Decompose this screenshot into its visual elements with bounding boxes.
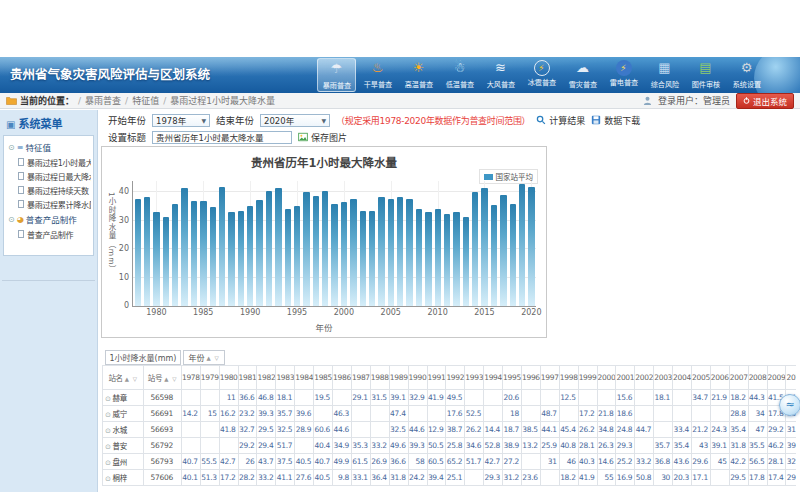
- year-column-header-1999[interactable]: 1999: [578, 366, 597, 390]
- nav-item-system-settings[interactable]: ⚙系统设置: [727, 58, 766, 92]
- value-cell-1990: 39.3: [408, 438, 427, 454]
- year-column-header-1987[interactable]: 1987: [351, 366, 370, 390]
- year-column-header-2007[interactable]: 2007: [729, 366, 748, 390]
- nav-item-map-review[interactable]: ▤图件审核: [686, 58, 725, 92]
- year-column-header-1996[interactable]: 1996: [521, 366, 540, 390]
- year-column-header-2008[interactable]: 2008: [748, 366, 767, 390]
- image-icon: [298, 132, 308, 142]
- year-column-header-1985[interactable]: 1985: [314, 366, 333, 390]
- tree-toggle-icon[interactable]: ⊙: [8, 143, 15, 152]
- start-year-select[interactable]: 1978年▼: [152, 114, 210, 127]
- year-column-header-1992[interactable]: 1992: [446, 366, 465, 390]
- nav-item-rainstorm-survey[interactable]: ☂暴雨普查: [317, 58, 356, 92]
- bar-slot: [442, 181, 451, 306]
- row-radio-icon[interactable]: ⊙: [105, 459, 111, 467]
- value-cell-1994: [484, 390, 503, 406]
- nav-item-snow-survey[interactable]: ☁雪灾普查: [563, 58, 602, 92]
- station-name-header[interactable]: 站名 ▲ ▽: [103, 366, 144, 390]
- user-icon: [643, 96, 652, 105]
- row-radio-icon[interactable]: ⊙: [105, 395, 111, 403]
- year-column-header-1988[interactable]: 1988: [370, 366, 389, 390]
- bar-slot: [414, 181, 423, 306]
- year-column-header-1989[interactable]: 1989: [389, 366, 408, 390]
- year-column-header-1979[interactable]: 1979: [200, 366, 219, 390]
- year-column-header-1990[interactable]: 1990: [408, 366, 427, 390]
- year-column-header-2001[interactable]: 2001: [616, 366, 635, 390]
- year-column-header-2009[interactable]: 2009: [767, 366, 786, 390]
- sidebar-item-0-1[interactable]: 暴雨过程日最大降水量: [6, 169, 91, 183]
- calculate-button[interactable]: 计算结果: [536, 114, 585, 127]
- year-column-header-1981[interactable]: 1981: [238, 366, 257, 390]
- nav-item-cold-survey[interactable]: ☃低温普查: [440, 58, 479, 92]
- range-hint-text: （规定采用1978-2020年数据作为普查时间范围）: [336, 114, 530, 127]
- sort-icons[interactable]: ▲ ▽: [125, 376, 138, 382]
- sidebar-item-0-0[interactable]: 暴雨过程1小时最大降水量: [6, 155, 91, 169]
- year-column-header-2005[interactable]: 2005: [691, 366, 710, 390]
- chart-title-input[interactable]: [152, 131, 292, 144]
- year-column-header-2000[interactable]: 2000: [597, 366, 616, 390]
- sidebar-item-0-3[interactable]: 暴雨过程累计降水量: [6, 197, 91, 211]
- year-column-header-1991[interactable]: 1991: [427, 366, 446, 390]
- x-tick-label: 1980: [146, 308, 166, 317]
- row-radio-icon[interactable]: ⊙: [105, 443, 111, 451]
- table-row[interactable]: ⊙普安5679229.229.451.740.434.935.333.249.6…: [103, 438, 797, 454]
- value-cell-2004: 20.3: [673, 470, 692, 486]
- nav-item-wind-survey[interactable]: ≋大风普查: [481, 58, 520, 92]
- year-column-header-1984[interactable]: 1984: [295, 366, 314, 390]
- row-radio-icon[interactable]: ⊙: [105, 427, 111, 435]
- table-row[interactable]: ⊙桐梓5760640.151.317.228.233.241.127.640.5…: [103, 470, 797, 486]
- breadcrumb-item-0[interactable]: 暴雨普查: [85, 94, 121, 107]
- sort-icons[interactable]: ▲ ▽: [164, 376, 177, 382]
- row-radio-icon[interactable]: ⊙: [105, 411, 111, 419]
- nav-item-drought-survey[interactable]: ♨干旱普查: [358, 58, 397, 92]
- table-row[interactable]: ⊙威宁5669114.21516.223.239.335.739.646.347…: [103, 406, 797, 422]
- year-column-header-1998[interactable]: 1998: [559, 366, 578, 390]
- year-column-header-1980[interactable]: 1980: [219, 366, 238, 390]
- nav-item-lightning-survey[interactable]: ⚡雷电普查: [604, 58, 643, 92]
- nav-item-comprehensive-risk[interactable]: ▦综合风险: [645, 58, 684, 92]
- year-column-header-1994[interactable]: 1994: [484, 366, 503, 390]
- sidebar-item-0-2[interactable]: 暴雨过程持续天数: [6, 183, 91, 197]
- year-column-header-1978[interactable]: 1978: [181, 366, 200, 390]
- end-year-select[interactable]: 2020年▼: [260, 114, 330, 127]
- save-image-button[interactable]: 保存图片: [298, 131, 347, 144]
- bar-slot: [367, 181, 376, 306]
- sidebar-item-1-0[interactable]: 普查产品制作: [6, 227, 91, 241]
- year-column-header-2010[interactable]: 2010: [786, 366, 796, 390]
- sort-icons[interactable]: ▲ ▽: [206, 355, 219, 361]
- logout-button[interactable]: 退出系统: [736, 93, 794, 109]
- bar-1989: [238, 211, 244, 306]
- year-column-header-2003[interactable]: 2003: [654, 366, 673, 390]
- bar-2008: [416, 209, 422, 306]
- nav-item-heat-survey[interactable]: ☀高温普查: [399, 58, 438, 92]
- sidebar-group-0[interactable]: ⊙≡特征值: [6, 139, 91, 155]
- row-radio-icon[interactable]: ⊙: [105, 475, 111, 483]
- year-column-header-1986[interactable]: 1986: [333, 366, 352, 390]
- nav-item-label: 冰雹普查: [527, 76, 556, 86]
- download-button[interactable]: 数据下载: [591, 114, 640, 127]
- year-column-header-1995[interactable]: 1995: [503, 366, 522, 390]
- bar-slot: [171, 181, 180, 306]
- year-column-header-1982[interactable]: 1982: [257, 366, 276, 390]
- sidebar-group-1[interactable]: ⊙◕普查产品制作: [6, 211, 91, 227]
- year-column-header-1993[interactable]: 1993: [465, 366, 484, 390]
- value-cell-1995: 18.7: [503, 422, 522, 438]
- year-column-header-2006[interactable]: 2006: [710, 366, 729, 390]
- nav-item-hail-survey[interactable]: ⚡冰雹普查: [522, 58, 561, 92]
- year-column-header-2002[interactable]: 2002: [635, 366, 654, 390]
- station-id-header[interactable]: 站号 ▲ ▽: [144, 366, 181, 390]
- table-row[interactable]: ⊙盘州5679340.755.542.72643.737.540.540.749…: [103, 454, 797, 470]
- breadcrumb-item-1[interactable]: 特征值: [132, 94, 159, 107]
- year-column-header-1997[interactable]: 1997: [540, 366, 559, 390]
- value-cell-2001: 25.2: [616, 454, 635, 470]
- year-column-header-2004[interactable]: 2004: [673, 366, 692, 390]
- table-row[interactable]: ⊙水城5669341.832.729.532.528.960.644.632.5…: [103, 422, 797, 438]
- table-row[interactable]: ⊙赫章565981136.646.818.119.529.131.539.132…: [103, 390, 797, 406]
- float-widget-button[interactable]: ≈: [779, 394, 800, 416]
- bar-slot: [424, 181, 433, 306]
- year-column-header-1983[interactable]: 1983: [276, 366, 295, 390]
- year-sort-header[interactable]: 年份 ▲ ▽: [183, 350, 224, 365]
- tree-toggle-icon[interactable]: ⊙: [8, 215, 15, 224]
- value-cell-1978: 40.1: [181, 470, 200, 486]
- breadcrumb-item-2[interactable]: 暴雨过程1小时最大降水量: [170, 94, 275, 107]
